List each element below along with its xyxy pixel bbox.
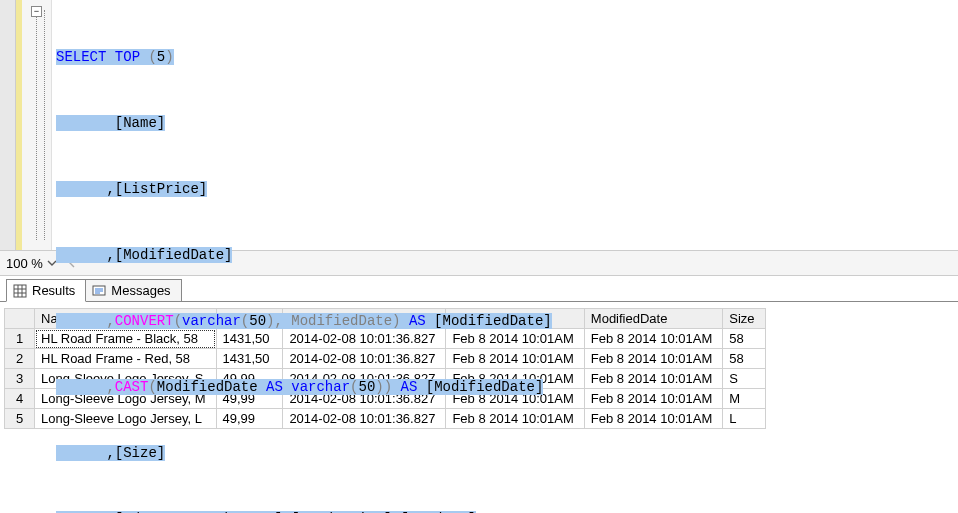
code-gutter: −	[22, 0, 52, 250]
col-size: ,[Size]	[56, 445, 165, 461]
literal-50: 50	[249, 313, 266, 329]
fn-convert: CONVERT	[115, 313, 174, 329]
comma: ,	[56, 379, 115, 395]
scroll-ruler	[0, 0, 16, 250]
zoom-level-text: 100 %	[6, 256, 43, 271]
grid-icon	[13, 284, 27, 298]
kw-top: TOP	[106, 49, 148, 65]
row-header[interactable]: 1	[5, 329, 35, 349]
arg-modifieddate: ModifiedDate	[157, 379, 266, 395]
outline-guide	[36, 17, 37, 240]
paren: (	[148, 49, 156, 65]
row-header[interactable]: 5	[5, 409, 35, 429]
outline-guide-inner	[44, 10, 45, 240]
paren: (	[148, 379, 156, 395]
col-listprice: ,[ListPrice]	[56, 181, 207, 197]
paren-close: ))	[375, 379, 400, 395]
corner-header[interactable]	[5, 309, 35, 329]
svg-rect-0	[14, 285, 26, 297]
row-header[interactable]: 3	[5, 369, 35, 389]
collapse-toggle-icon[interactable]: −	[31, 6, 42, 17]
tab-results-label: Results	[32, 283, 75, 298]
zoom-dropdown[interactable]: 100 %	[6, 256, 59, 271]
args-tail: ), ModifiedDate)	[266, 313, 409, 329]
fn-cast: CAST	[115, 379, 149, 395]
kw-as: AS	[401, 379, 418, 395]
kw-select: SELECT	[56, 49, 106, 65]
row-header[interactable]: 4	[5, 389, 35, 409]
tab-results[interactable]: Results	[6, 279, 86, 302]
paren: )	[165, 49, 173, 65]
alias-modifieddate: [ModifiedDate]	[426, 313, 552, 329]
kw-as: AS	[266, 379, 283, 395]
kw-as: AS	[409, 313, 426, 329]
literal-5: 5	[157, 49, 165, 65]
type-varchar: varchar	[283, 379, 350, 395]
comma: ,	[56, 313, 115, 329]
sql-editor[interactable]: − SELECT TOP (5) [Name] ,[ListPrice] ,[M…	[0, 0, 958, 250]
paren: (	[174, 313, 182, 329]
paren: (	[241, 313, 249, 329]
col-modifieddate: ,[ModifiedDate]	[56, 247, 232, 263]
type-varchar: varchar	[182, 313, 241, 329]
code-content[interactable]: SELECT TOP (5) [Name] ,[ListPrice] ,[Mod…	[52, 0, 958, 250]
col-name: [Name]	[56, 115, 165, 131]
row-header[interactable]: 2	[5, 349, 35, 369]
alias-modifieddate: [ModifiedDate]	[417, 379, 543, 395]
literal-50: 50	[358, 379, 375, 395]
